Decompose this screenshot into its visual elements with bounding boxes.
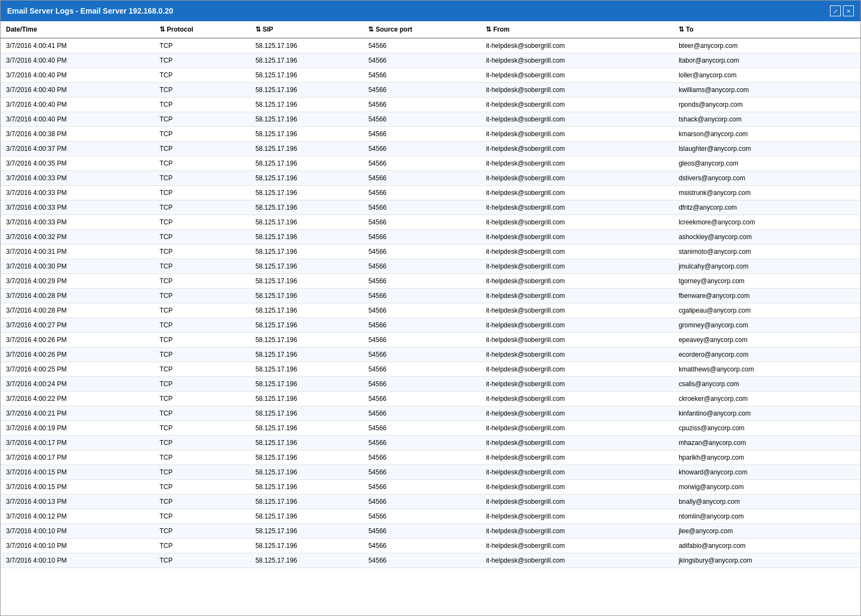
table-row[interactable]: 3/7/2016 4:00:29 PMTCP58.125.17.19654566…: [1, 274, 860, 289]
table-row[interactable]: 3/7/2016 4:00:33 PMTCP58.125.17.19654566…: [1, 171, 860, 186]
expand-button[interactable]: ⤢: [830, 5, 841, 16]
cell-datetime: 3/7/2016 4:00:27 PM: [1, 318, 154, 333]
main-window: Email Server Logs - Email Server 192.168…: [0, 0, 861, 616]
table-row[interactable]: 3/7/2016 4:00:38 PMTCP58.125.17.19654566…: [1, 127, 860, 142]
col-label-from: From: [493, 26, 510, 33]
table-row[interactable]: 3/7/2016 4:00:13 PMTCP58.125.17.19654566…: [1, 495, 860, 509]
table-row[interactable]: 3/7/2016 4:00:15 PMTCP58.125.17.19654566…: [1, 465, 860, 480]
cell-protocol: TCP: [154, 480, 250, 495]
cell-source_port: 54566: [363, 509, 480, 524]
cell-sip: 58.125.17.196: [250, 230, 363, 245]
table-row[interactable]: 3/7/2016 4:00:30 PMTCP58.125.17.19654566…: [1, 259, 860, 274]
cell-source_port: 54566: [363, 303, 480, 318]
cell-from: it-helpdesk@sobergrill.com: [480, 186, 673, 200]
cell-to: rponds@anycorp.com: [673, 97, 860, 112]
col-header-to[interactable]: ⇅ To: [673, 21, 860, 38]
cell-source_port: 54566: [363, 377, 480, 392]
cell-sip: 58.125.17.196: [250, 127, 363, 142]
cell-to: ntomlin@anycorp.com: [673, 509, 860, 524]
table-row[interactable]: 3/7/2016 4:00:22 PMTCP58.125.17.19654566…: [1, 392, 860, 406]
cell-datetime: 3/7/2016 4:00:10 PM: [1, 539, 154, 553]
cell-source_port: 54566: [363, 333, 480, 347]
cell-from: it-helpdesk@sobergrill.com: [480, 230, 673, 245]
table-row[interactable]: 3/7/2016 4:00:17 PMTCP58.125.17.19654566…: [1, 450, 860, 465]
cell-to: ltabor@anycorp.com: [673, 53, 860, 68]
table-row[interactable]: 3/7/2016 4:00:25 PMTCP58.125.17.19654566…: [1, 362, 860, 377]
table-row[interactable]: 3/7/2016 4:00:40 PMTCP58.125.17.19654566…: [1, 112, 860, 127]
cell-source_port: 54566: [363, 539, 480, 553]
table-row[interactable]: 3/7/2016 4:00:40 PMTCP58.125.17.19654566…: [1, 97, 860, 112]
cell-datetime: 3/7/2016 4:00:35 PM: [1, 156, 154, 171]
cell-protocol: TCP: [154, 83, 250, 97]
table-row[interactable]: 3/7/2016 4:00:40 PMTCP58.125.17.19654566…: [1, 83, 860, 97]
cell-sip: 58.125.17.196: [250, 303, 363, 318]
cell-datetime: 3/7/2016 4:00:40 PM: [1, 97, 154, 112]
cell-from: it-helpdesk@sobergrill.com: [480, 450, 673, 465]
cell-from: it-helpdesk@sobergrill.com: [480, 421, 673, 436]
table-row[interactable]: 3/7/2016 4:00:40 PMTCP58.125.17.19654566…: [1, 53, 860, 68]
cell-from: it-helpdesk@sobergrill.com: [480, 303, 673, 318]
table-row[interactable]: 3/7/2016 4:00:26 PMTCP58.125.17.19654566…: [1, 347, 860, 362]
col-header-from[interactable]: ⇅ From: [480, 21, 673, 38]
cell-to: jlee@anycorp.com: [673, 524, 860, 539]
cell-sip: 58.125.17.196: [250, 259, 363, 274]
table-row[interactable]: 3/7/2016 4:00:28 PMTCP58.125.17.19654566…: [1, 289, 860, 303]
cell-sip: 58.125.17.196: [250, 274, 363, 289]
table-row[interactable]: 3/7/2016 4:00:33 PMTCP58.125.17.19654566…: [1, 200, 860, 215]
table-row[interactable]: 3/7/2016 4:00:10 PMTCP58.125.17.19654566…: [1, 524, 860, 539]
close-button[interactable]: ✕: [843, 5, 854, 16]
table-container: Date/Time ⇅ Protocol ⇅ SIP ⇅ Source port: [1, 21, 860, 615]
table-row[interactable]: 3/7/2016 4:00:28 PMTCP58.125.17.19654566…: [1, 303, 860, 318]
table-row[interactable]: 3/7/2016 4:00:12 PMTCP58.125.17.19654566…: [1, 509, 860, 524]
cell-datetime: 3/7/2016 4:00:13 PM: [1, 495, 154, 509]
cell-source_port: 54566: [363, 215, 480, 230]
table-row[interactable]: 3/7/2016 4:00:32 PMTCP58.125.17.19654566…: [1, 230, 860, 245]
cell-protocol: TCP: [154, 362, 250, 377]
cell-protocol: TCP: [154, 333, 250, 347]
cell-source_port: 54566: [363, 230, 480, 245]
table-row[interactable]: 3/7/2016 4:00:33 PMTCP58.125.17.19654566…: [1, 215, 860, 230]
cell-from: it-helpdesk@sobergrill.com: [480, 495, 673, 509]
col-label-to: To: [686, 26, 694, 33]
cell-sip: 58.125.17.196: [250, 362, 363, 377]
cell-datetime: 3/7/2016 4:00:25 PM: [1, 362, 154, 377]
cell-datetime: 3/7/2016 4:00:10 PM: [1, 524, 154, 539]
cell-from: it-helpdesk@sobergrill.com: [480, 142, 673, 156]
table-row[interactable]: 3/7/2016 4:00:40 PMTCP58.125.17.19654566…: [1, 68, 860, 83]
sort-icon-source-port: ⇅: [368, 26, 374, 33]
table-row[interactable]: 3/7/2016 4:00:33 PMTCP58.125.17.19654566…: [1, 186, 860, 200]
table-row[interactable]: 3/7/2016 4:00:21 PMTCP58.125.17.19654566…: [1, 406, 860, 421]
table-row[interactable]: 3/7/2016 4:00:35 PMTCP58.125.17.19654566…: [1, 156, 860, 171]
cell-from: it-helpdesk@sobergrill.com: [480, 97, 673, 112]
cell-datetime: 3/7/2016 4:00:28 PM: [1, 303, 154, 318]
cell-to: gromney@anycorp.com: [673, 318, 860, 333]
table-row[interactable]: 3/7/2016 4:00:27 PMTCP58.125.17.19654566…: [1, 318, 860, 333]
table-row[interactable]: 3/7/2016 4:00:15 PMTCP58.125.17.19654566…: [1, 480, 860, 495]
email-log-table: Date/Time ⇅ Protocol ⇅ SIP ⇅ Source port: [1, 21, 860, 568]
col-header-source-port[interactable]: ⇅ Source port: [363, 21, 480, 38]
cell-from: it-helpdesk@sobergrill.com: [480, 289, 673, 303]
table-row[interactable]: 3/7/2016 4:00:37 PMTCP58.125.17.19654566…: [1, 142, 860, 156]
table-row[interactable]: 3/7/2016 4:00:26 PMTCP58.125.17.19654566…: [1, 333, 860, 347]
col-label-datetime: Date/Time: [6, 26, 37, 33]
cell-datetime: 3/7/2016 4:00:12 PM: [1, 509, 154, 524]
cell-to: stanimoto@anycorp.com: [673, 245, 860, 259]
col-header-protocol[interactable]: ⇅ Protocol: [154, 21, 250, 38]
col-header-datetime[interactable]: Date/Time: [1, 21, 154, 38]
table-row[interactable]: 3/7/2016 4:00:19 PMTCP58.125.17.19654566…: [1, 421, 860, 436]
cell-from: it-helpdesk@sobergrill.com: [480, 347, 673, 362]
table-row[interactable]: 3/7/2016 4:00:41 PMTCP58.125.17.19654566…: [1, 38, 860, 53]
cell-datetime: 3/7/2016 4:00:33 PM: [1, 171, 154, 186]
cell-from: it-helpdesk@sobergrill.com: [480, 274, 673, 289]
table-row[interactable]: 3/7/2016 4:00:10 PMTCP58.125.17.19654566…: [1, 553, 860, 568]
col-header-sip[interactable]: ⇅ SIP: [250, 21, 363, 38]
table-row[interactable]: 3/7/2016 4:00:10 PMTCP58.125.17.19654566…: [1, 539, 860, 553]
cell-sip: 58.125.17.196: [250, 450, 363, 465]
cell-sip: 58.125.17.196: [250, 480, 363, 495]
cell-sip: 58.125.17.196: [250, 38, 363, 53]
cell-to: ckroeker@anycorp.com: [673, 392, 860, 406]
table-row[interactable]: 3/7/2016 4:00:24 PMTCP58.125.17.19654566…: [1, 377, 860, 392]
table-row[interactable]: 3/7/2016 4:00:17 PMTCP58.125.17.19654566…: [1, 436, 860, 450]
table-row[interactable]: 3/7/2016 4:00:31 PMTCP58.125.17.19654566…: [1, 245, 860, 259]
cell-datetime: 3/7/2016 4:00:32 PM: [1, 230, 154, 245]
